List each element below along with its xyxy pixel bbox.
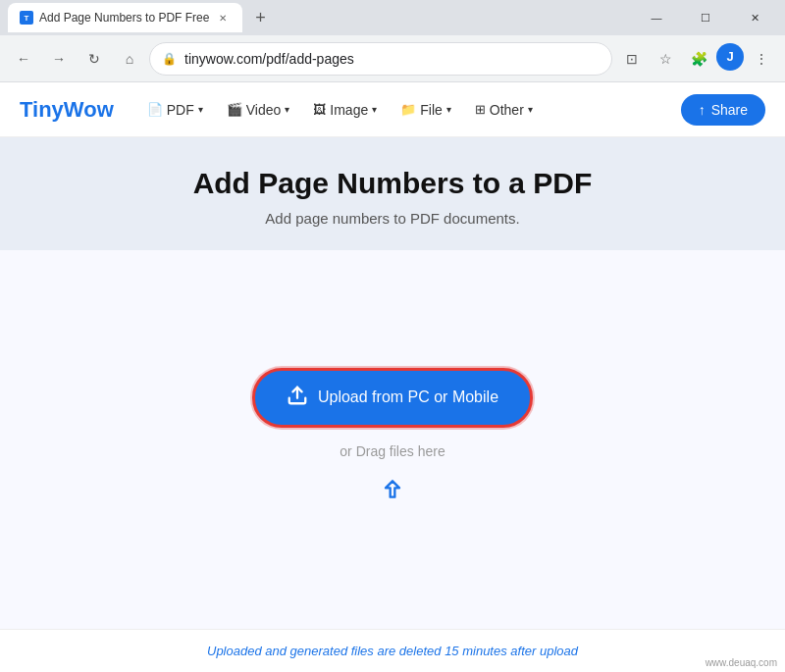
home-button[interactable]: ⌂ bbox=[114, 43, 145, 75]
nav-image-caret: ▾ bbox=[372, 104, 377, 115]
extensions-icon[interactable]: 🧩 bbox=[683, 43, 714, 75]
nav-image[interactable]: 🖼 Image ▾ bbox=[303, 96, 387, 124]
nav-other-label: Other bbox=[490, 102, 524, 118]
nav-video-caret: ▾ bbox=[285, 104, 289, 115]
forward-button[interactable]: → bbox=[43, 43, 75, 75]
browser-frame: TinyT Add Page Numbers to PDF Free ✕ + —… bbox=[0, 0, 785, 672]
nav-image-icon: 🖼 bbox=[313, 102, 326, 117]
profile-button[interactable]: J bbox=[716, 43, 744, 71]
share-button[interactable]: ↑ Share bbox=[681, 94, 765, 126]
footer-notice-text: Uploaded and generated files are deleted… bbox=[207, 644, 578, 658]
nav-file-icon: 📁 bbox=[400, 102, 416, 117]
nav-video-label: Video bbox=[246, 102, 282, 118]
new-tab-button[interactable]: + bbox=[246, 4, 274, 31]
footer-notice: Uploaded and generated files are deleted… bbox=[0, 629, 785, 672]
nav-pdf-caret: ▾ bbox=[198, 104, 203, 115]
bookmark-icon[interactable]: ☆ bbox=[650, 43, 681, 75]
logo-wow: Wow bbox=[64, 97, 114, 122]
nav-file[interactable]: 📁 File ▾ bbox=[391, 96, 461, 124]
nav-video[interactable]: 🎬 Video ▾ bbox=[217, 96, 300, 124]
page-content: TinyWow 📄 PDF ▾ 🎬 Video ▾ 🖼 Image ▾ bbox=[0, 82, 785, 672]
maximize-button[interactable]: ☐ bbox=[683, 0, 728, 35]
upload-icon bbox=[287, 385, 308, 411]
page-subtitle: Add page numbers to PDF documents. bbox=[20, 210, 765, 227]
nav-file-label: File bbox=[420, 102, 443, 118]
tab-title: Add Page Numbers to PDF Free bbox=[39, 11, 209, 25]
back-button[interactable]: ← bbox=[8, 43, 39, 75]
lock-icon: 🔒 bbox=[162, 52, 177, 66]
share-icon: ↑ bbox=[699, 102, 706, 118]
url-text: tinywow.com/pdf/add-pages bbox=[184, 51, 600, 67]
nav-video-icon: 🎬 bbox=[227, 102, 242, 117]
nav-image-label: Image bbox=[330, 102, 368, 118]
main-area: Add Page Numbers to a PDF Add page numbe… bbox=[0, 137, 785, 672]
site-nav: 📄 PDF ▾ 🎬 Video ▾ 🖼 Image ▾ 📁 File bbox=[137, 96, 543, 124]
nav-pdf-icon: 📄 bbox=[147, 102, 163, 117]
drag-text: or Drag files here bbox=[340, 443, 445, 459]
navigation-bar: ← → ↻ ⌂ 🔒 tinywow.com/pdf/add-pages ⊡ ☆ … bbox=[0, 35, 785, 82]
nav-pdf-label: PDF bbox=[167, 102, 194, 118]
tab-close-button[interactable]: ✕ bbox=[215, 10, 231, 26]
refresh-button[interactable]: ↻ bbox=[78, 43, 110, 75]
watermark: www.deuaq.com bbox=[706, 657, 777, 668]
upload-area: Upload from PC or Mobile or Drag files h… bbox=[0, 250, 785, 629]
browser-tab[interactable]: TinyT Add Page Numbers to PDF Free ✕ bbox=[8, 3, 242, 32]
menu-button[interactable]: ⋮ bbox=[746, 43, 777, 75]
title-bar: TinyT Add Page Numbers to PDF Free ✕ + —… bbox=[0, 0, 785, 35]
upload-button-label: Upload from PC or Mobile bbox=[318, 388, 498, 406]
minimize-button[interactable]: — bbox=[634, 0, 679, 35]
logo-tiny: Tiny bbox=[20, 97, 64, 122]
share-label: Share bbox=[711, 102, 748, 118]
window-controls: — ☐ ✕ bbox=[634, 0, 777, 35]
nav-right-actions: ⊡ ☆ 🧩 J ⋮ bbox=[616, 43, 777, 75]
nav-other-icon: ⊞ bbox=[475, 102, 486, 117]
cloud-icon bbox=[379, 479, 406, 512]
upload-button[interactable]: Upload from PC or Mobile bbox=[252, 368, 533, 428]
page-title: Add Page Numbers to a PDF bbox=[20, 167, 765, 200]
nav-other[interactable]: ⊞ Other ▾ bbox=[465, 96, 543, 124]
nav-file-caret: ▾ bbox=[446, 104, 451, 115]
nav-pdf[interactable]: 📄 PDF ▾ bbox=[137, 96, 213, 124]
cast-icon[interactable]: ⊡ bbox=[616, 43, 648, 75]
tab-favicon: TinyT bbox=[20, 11, 33, 25]
site-header: TinyWow 📄 PDF ▾ 🎬 Video ▾ 🖼 Image ▾ bbox=[0, 82, 785, 137]
address-bar[interactable]: 🔒 tinywow.com/pdf/add-pages bbox=[149, 42, 612, 76]
site-logo[interactable]: TinyWow bbox=[20, 97, 114, 123]
hero-section: Add Page Numbers to a PDF Add page numbe… bbox=[0, 137, 785, 250]
nav-other-caret: ▾ bbox=[528, 104, 533, 115]
close-button[interactable]: ✕ bbox=[732, 0, 777, 35]
